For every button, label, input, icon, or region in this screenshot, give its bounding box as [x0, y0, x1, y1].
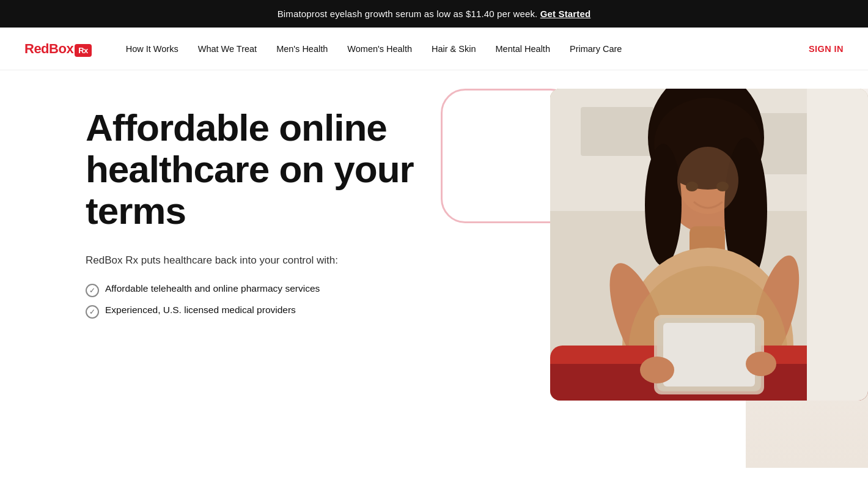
svg-rect-25	[807, 89, 868, 401]
logo[interactable]: RedBoxRx	[24, 41, 92, 57]
nav-link-what-we-treat[interactable]: What We Treat	[188, 28, 267, 70]
main-nav: RedBoxRx How It Works What We Treat Men'…	[0, 28, 868, 70]
check-icon-1: ✓	[86, 284, 99, 297]
signin-button[interactable]: SIGN IN	[809, 44, 844, 54]
check-icon-2: ✓	[86, 305, 99, 319]
nav-link-how-it-works[interactable]: How It Works	[116, 28, 188, 70]
hero-photo-svg	[550, 89, 868, 401]
hero-image-area	[477, 89, 868, 468]
nav-link-mens-health[interactable]: Men's Health	[267, 28, 337, 70]
svg-point-9	[645, 144, 682, 266]
hero-photo-bg	[550, 89, 868, 401]
logo-red-text: RedBoxRx	[24, 41, 92, 57]
promo-banner: Bimatoprost eyelash growth serum as low …	[0, 0, 868, 28]
checklist-text-2: Experienced, U.S. licensed medical provi…	[105, 305, 296, 316]
checklist-text-1: Affordable telehealth and online pharmac…	[105, 283, 320, 294]
checklist-item-1: ✓ Affordable telehealth and online pharm…	[86, 283, 441, 297]
nav-link-mental-health[interactable]: Mental Health	[486, 28, 560, 70]
banner-cta-link[interactable]: Get Started	[540, 9, 591, 19]
svg-point-20	[640, 357, 674, 383]
nav-link-primary-care[interactable]: Primary Care	[560, 28, 631, 70]
svg-rect-19	[663, 323, 755, 386]
nav-link-hair-skin[interactable]: Hair & Skin	[422, 28, 486, 70]
hero-checklist: ✓ Affordable telehealth and online pharm…	[86, 283, 441, 319]
hero-photo	[550, 89, 868, 401]
banner-text: Bimatoprost eyelash growth serum as low …	[278, 9, 538, 19]
svg-point-21	[746, 352, 776, 376]
svg-point-24	[677, 147, 738, 214]
logo-rx-badge: Rx	[75, 44, 92, 57]
nav-link-womens-health[interactable]: Women's Health	[337, 28, 422, 70]
nav-links: How It Works What We Treat Men's Health …	[116, 28, 809, 70]
hero-subtitle: RedBox Rx puts healthcare back into your…	[86, 252, 391, 268]
svg-rect-2	[581, 107, 654, 156]
hero-section: Affordable online healthcare on your ter…	[0, 70, 868, 477]
hero-title: Affordable online healthcare on your ter…	[86, 107, 441, 232]
checklist-item-2: ✓ Experienced, U.S. licensed medical pro…	[86, 305, 441, 319]
hero-content: Affordable online healthcare on your ter…	[0, 70, 477, 355]
